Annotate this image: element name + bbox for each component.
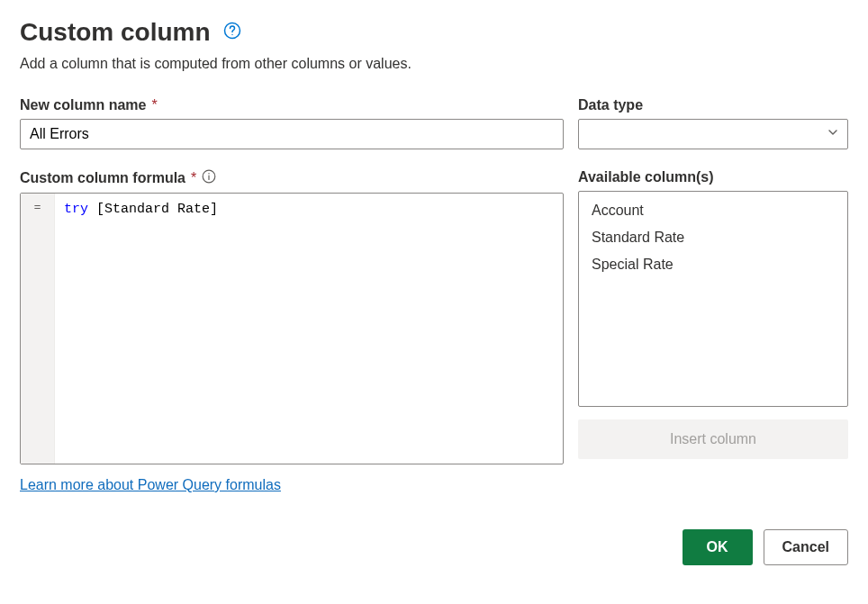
label-text: Custom column formula bbox=[20, 170, 185, 186]
list-item[interactable]: Account bbox=[579, 197, 847, 224]
svg-point-4 bbox=[209, 173, 210, 174]
new-column-name-label: New column name * bbox=[20, 97, 564, 113]
insert-column-button: Insert column bbox=[578, 419, 848, 459]
info-icon[interactable] bbox=[202, 169, 216, 187]
available-columns-list[interactable]: Account Standard Rate Special Rate bbox=[578, 191, 848, 407]
available-columns-label: Available column(s) bbox=[578, 169, 848, 185]
learn-more-link[interactable]: Learn more about Power Query formulas bbox=[20, 477, 281, 492]
formula-code[interactable]: try [Standard Rate] bbox=[55, 194, 563, 464]
cancel-button[interactable]: Cancel bbox=[764, 529, 848, 565]
formula-editor[interactable]: = try [Standard Rate] bbox=[20, 193, 564, 464]
list-item[interactable]: Standard Rate bbox=[579, 224, 847, 251]
help-icon[interactable] bbox=[223, 22, 241, 43]
dialog-subtitle: Add a column that is computed from other… bbox=[20, 56, 848, 72]
label-text: Data type bbox=[578, 97, 643, 113]
label-text: Available column(s) bbox=[578, 169, 714, 185]
formula-gutter: = bbox=[21, 194, 55, 464]
required-mark: * bbox=[151, 97, 157, 113]
token-keyword: try bbox=[64, 202, 88, 217]
label-text: New column name bbox=[20, 97, 146, 113]
data-type-select[interactable] bbox=[578, 119, 848, 149]
required-mark: * bbox=[191, 170, 196, 186]
list-item[interactable]: Special Rate bbox=[579, 251, 847, 278]
ok-button[interactable]: OK bbox=[683, 529, 753, 565]
formula-label: Custom column formula * bbox=[20, 169, 564, 187]
token-column-ref: [Standard Rate] bbox=[96, 202, 218, 217]
dialog-title: Custom column bbox=[20, 18, 211, 47]
data-type-label: Data type bbox=[578, 97, 848, 113]
new-column-name-input[interactable] bbox=[20, 119, 564, 149]
svg-point-1 bbox=[231, 34, 232, 35]
